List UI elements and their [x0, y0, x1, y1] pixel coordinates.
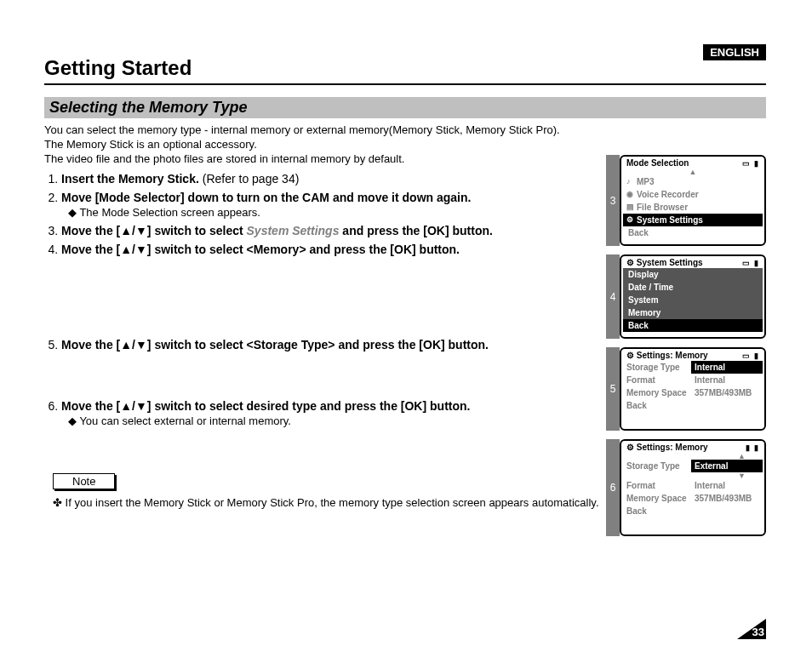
page-number: 33	[734, 619, 766, 639]
battery-icon: ▮ ▮	[746, 443, 759, 452]
up-arrow-icon: ▲	[623, 169, 763, 175]
battery-icon: ▭ ▮	[742, 352, 759, 360]
gear-icon: ⚙	[626, 351, 634, 360]
screen-step-number: 4	[606, 254, 620, 339]
menu-item-mp3: MP3	[623, 175, 763, 188]
screen-mock-6: 6 ⚙ Settings: Memory ▮ ▮ ▲ Storage Type …	[606, 439, 766, 536]
screen-mock-4: 4 ⚙ System Settings ▭ ▮ Display Date / T…	[606, 254, 766, 339]
gear-icon: ⚙	[626, 443, 634, 452]
screen-step-number: 6	[606, 439, 620, 536]
battery-icon: ▭ ▮	[742, 159, 759, 168]
menu-item-system-settings: System Settings	[623, 214, 763, 226]
step-3-post: and press the [OK] button.	[339, 224, 492, 237]
down-arrow-icon: ▼	[623, 472, 763, 479]
row-back: Back	[623, 505, 763, 517]
gear-icon: ⚙	[626, 258, 634, 267]
menu-item-filebrowser: File Browser	[623, 201, 763, 214]
row-memory-space: Memory Space 357MB/493MB	[623, 386, 763, 399]
page-title: Getting Started	[44, 56, 766, 80]
menu-item-system: System	[623, 294, 763, 306]
language-badge: ENGLISH	[703, 44, 766, 60]
menu-item-display: Display	[623, 268, 763, 281]
step-3-pre: Move the [▲/▼] switch to select	[61, 224, 247, 237]
step-1-rest: (Refer to page 34)	[199, 172, 300, 186]
screen-title: ⚙ System Settings	[626, 258, 703, 267]
step-4-text: Move the [▲/▼] switch to select <Memory>…	[61, 243, 460, 256]
row-back: Back	[623, 399, 763, 412]
step-6-text: Move the [▲/▼] switch to select desired …	[61, 399, 470, 413]
section-heading: Selecting the Memory Type	[44, 97, 766, 118]
screen-title: ⚙ Settings: Memory	[626, 351, 708, 360]
row-storage-type: Storage Type External	[623, 460, 763, 472]
row-memory-space: Memory Space 357MB/493MB	[623, 492, 763, 505]
step-3-gray: System Settings	[247, 224, 340, 237]
screen-step-number: 3	[606, 155, 620, 246]
screen-mock-3: 3 Mode Selection ▭ ▮ ▲ MP3 Voice Recorde…	[606, 155, 766, 246]
row-storage-type: Storage Type Internal	[623, 361, 763, 374]
screen-mock-5: 5 ⚙ Settings: Memory ▭ ▮ Storage Type In…	[606, 347, 766, 431]
screen-title: ⚙ Settings: Memory	[626, 443, 708, 452]
intro-line: The Memory Stick is an optional accessor…	[44, 138, 766, 151]
screen-title: Mode Selection	[626, 158, 689, 168]
intro-line: You can select the memory type - interna…	[44, 123, 766, 136]
row-format: Format Internal	[623, 374, 763, 386]
menu-item-memory: Memory	[623, 306, 763, 319]
battery-icon: ▭ ▮	[742, 259, 759, 267]
step-1-bold: Insert the Memory Stick.	[61, 172, 199, 186]
row-format: Format Internal	[623, 479, 763, 492]
note-label-box: Note	[53, 473, 115, 489]
menu-item-datetime: Date / Time	[623, 281, 763, 294]
title-rule	[44, 83, 766, 85]
step-2-text: Move [Mode Selector] down to turn on the…	[61, 191, 471, 204]
menu-item-voice: Voice Recorder	[623, 188, 763, 201]
menu-item-back: Back	[623, 226, 763, 239]
screen-mock-column: 3 Mode Selection ▭ ▮ ▲ MP3 Voice Recorde…	[606, 155, 766, 545]
step-5-text: Move the [▲/▼] switch to select <Storage…	[61, 338, 489, 352]
screen-step-number: 5	[606, 347, 620, 431]
menu-item-back: Back	[623, 319, 763, 332]
up-arrow-icon: ▲	[623, 453, 763, 460]
